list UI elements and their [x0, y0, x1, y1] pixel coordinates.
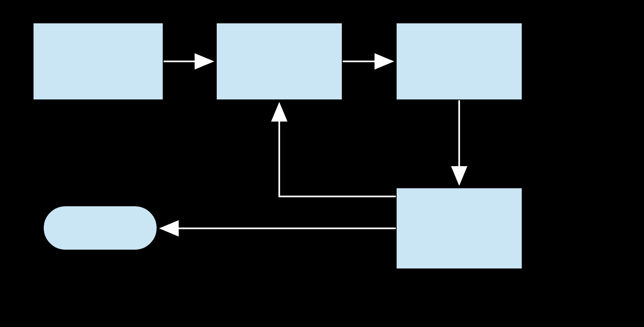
arrow-stopping-to-select-no	[279, 104, 396, 196]
node-score-item	[396, 23, 523, 100]
node-stopping-rule	[396, 187, 523, 269]
edge-label-no	[301, 139, 305, 141]
node-administer-item	[33, 23, 164, 100]
edge-label-yes	[269, 214, 272, 216]
node-select-next-item	[216, 23, 343, 100]
node-conclude-test	[43, 205, 157, 250]
